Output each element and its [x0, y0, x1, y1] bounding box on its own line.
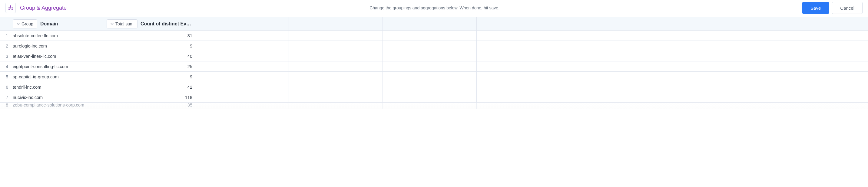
column-header-empty [383, 17, 477, 30]
row-number: 4 [0, 61, 10, 71]
svg-point-1 [9, 7, 10, 8]
cell-count[interactable]: 118 [104, 92, 195, 102]
cell-count[interactable]: 40 [104, 51, 195, 61]
cell-empty [195, 82, 289, 92]
svg-line-4 [9, 6, 10, 7]
table-row[interactable]: 6tendril-inc.com42 [0, 82, 868, 92]
cell-domain[interactable]: tendril-inc.com [10, 82, 104, 92]
cell-empty [195, 41, 289, 51]
cell-empty [289, 92, 383, 102]
row-number: 8 [0, 102, 10, 108]
aggregation-type-pill[interactable]: Total sum [106, 19, 137, 28]
cell-empty [289, 31, 383, 40]
cell-domain[interactable]: sp-capital-iq-group.com [10, 72, 104, 82]
cell-empty [289, 61, 383, 71]
cell-domain[interactable]: nucivic-inc.com [10, 92, 104, 102]
data-grid: Group Domain Total sum Count of distinct… [0, 17, 868, 108]
svg-point-8 [12, 9, 13, 10]
svg-point-3 [12, 7, 13, 8]
cell-empty [289, 72, 383, 82]
cell-domain[interactable]: eightpoint-consulting-llc.com [10, 61, 104, 71]
cell-count[interactable]: 9 [104, 72, 195, 82]
row-number: 2 [0, 41, 10, 51]
cell-domain[interactable]: surelogic-inc.com [10, 41, 104, 51]
agg-pill-label: Total sum [115, 22, 133, 26]
cell-empty [383, 102, 477, 108]
cell-empty [383, 51, 477, 61]
toolbar-right: Save Cancel [802, 2, 863, 14]
cell-empty [383, 82, 477, 92]
table-row[interactable]: 7nucivic-inc.com118 [0, 92, 868, 102]
cell-empty [383, 92, 477, 102]
cell-empty [383, 61, 477, 71]
cell-empty [289, 82, 383, 92]
group-aggregate-icon-button[interactable] [5, 3, 16, 13]
svg-point-2 [10, 7, 11, 8]
row-number: 6 [0, 82, 10, 92]
svg-line-6 [10, 6, 12, 7]
column-header-empty [289, 17, 383, 30]
cell-empty [289, 41, 383, 51]
page-title: Group & Aggregate [20, 5, 67, 11]
row-number: 5 [0, 72, 10, 82]
column-header-domain[interactable]: Group Domain [10, 17, 104, 30]
row-number: 3 [0, 51, 10, 61]
helper-text: Change the groupings and aggregations be… [67, 5, 802, 10]
cell-empty [383, 31, 477, 40]
cell-empty [195, 51, 289, 61]
group-type-pill[interactable]: Group [13, 19, 37, 28]
cell-domain[interactable]: absolute-coffee-llc.com [10, 31, 104, 40]
chevron-down-icon [17, 22, 20, 26]
table-row[interactable]: 2surelogic-inc.com9 [0, 41, 868, 51]
column-header-empty [195, 17, 289, 30]
grid-header-row: Group Domain Total sum Count of distinct… [0, 17, 868, 31]
partial-row: 8 zebu-compliance-solutions-corp.com 35 [0, 102, 868, 108]
cell-empty [195, 31, 289, 40]
cell-domain: zebu-compliance-solutions-corp.com [10, 102, 104, 108]
cell-empty [195, 72, 289, 82]
cell-count[interactable]: 25 [104, 61, 195, 71]
cell-count[interactable]: 9 [104, 41, 195, 51]
cell-domain[interactable]: atlas-van-lines-llc.com [10, 51, 104, 61]
cancel-button[interactable]: Cancel [832, 2, 863, 14]
cell-empty [195, 61, 289, 71]
cell-empty [383, 72, 477, 82]
toolbar-left: Group & Aggregate [5, 3, 67, 13]
save-button[interactable]: Save [802, 2, 829, 14]
table-row[interactable]: 4eightpoint-consulting-llc.com25 [0, 61, 868, 72]
cell-empty [195, 102, 289, 108]
column-header-count[interactable]: Total sum Count of distinct Eve… [104, 17, 195, 30]
cell-count[interactable]: 31 [104, 31, 195, 40]
table-row[interactable]: 5sp-capital-iq-group.com9 [0, 72, 868, 82]
column-title-domain: Domain [40, 21, 58, 27]
cell-empty [289, 102, 383, 108]
cell-empty [195, 92, 289, 102]
cell-empty [289, 51, 383, 61]
toolbar: Group & Aggregate Change the groupings a… [0, 0, 868, 17]
table-row[interactable]: 3atlas-van-lines-llc.com40 [0, 51, 868, 61]
svg-point-7 [9, 9, 10, 10]
svg-point-0 [10, 5, 11, 6]
cell-count[interactable]: 42 [104, 82, 195, 92]
row-number-header [0, 17, 10, 30]
chevron-down-icon [111, 22, 114, 26]
table-row[interactable]: 1absolute-coffee-llc.com31 [0, 31, 868, 41]
group-pill-label: Group [22, 22, 33, 26]
aggregate-icon [8, 5, 13, 11]
cell-empty [383, 41, 477, 51]
row-number: 1 [0, 31, 10, 40]
column-title-count: Count of distinct Eve… [141, 21, 192, 27]
row-number: 7 [0, 92, 10, 102]
cell-count: 35 [104, 102, 195, 108]
